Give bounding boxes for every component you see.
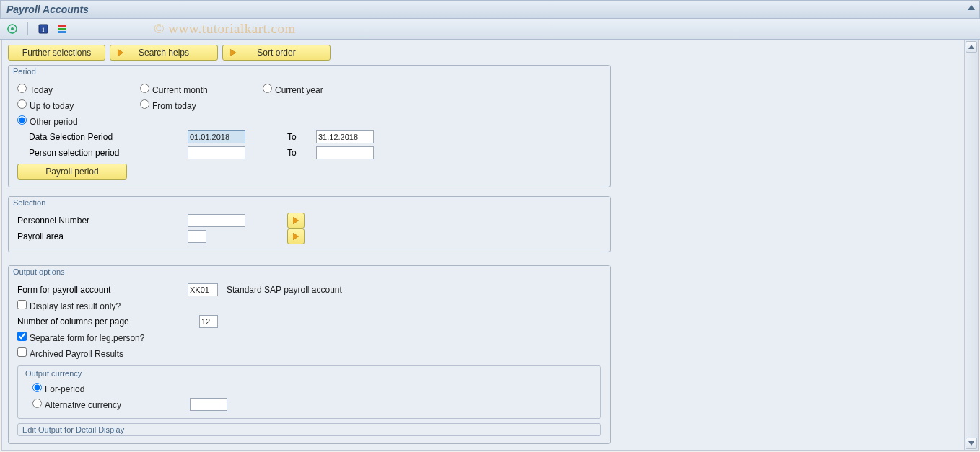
- radio-current-year[interactable]: Current year: [263, 84, 385, 95]
- display-last-result-checkbox[interactable]: Display last result only?: [17, 300, 121, 311]
- payroll-area-label: Payroll area: [17, 231, 188, 241]
- arrow-right-icon: [293, 233, 299, 240]
- output-currency-group: Output currency For-period Alternative c…: [17, 365, 601, 419]
- radio-label: From today: [152, 101, 196, 111]
- data-selection-to-input[interactable]: [316, 130, 374, 143]
- arrow-right-icon: [115, 49, 126, 56]
- alternative-currency-input[interactable]: [190, 398, 227, 411]
- watermark-text: © www.tutorialkart.com: [154, 21, 296, 37]
- title-bar: Payroll Accounts: [0, 0, 980, 19]
- checkbox-label: Archived Payroll Results: [30, 349, 123, 359]
- form-payroll-account-input[interactable]: [188, 283, 218, 296]
- svg-rect-5: [58, 28, 66, 30]
- data-selection-period-label: Data Selection Period: [29, 132, 188, 142]
- checkbox-label: Display last result only?: [30, 301, 121, 311]
- radio-for-period[interactable]: For-period: [32, 383, 84, 394]
- scroll-up-icon[interactable]: [966, 41, 977, 53]
- checkbox-label: Separate form for leg.person?: [30, 333, 144, 343]
- button-label: Search helps: [139, 48, 189, 58]
- radio-input[interactable]: [32, 399, 42, 408]
- person-selection-to-input[interactable]: [316, 146, 374, 159]
- sort-order-button[interactable]: Sort order: [222, 45, 331, 61]
- form-description: Standard SAP payroll account: [227, 285, 342, 295]
- multiple-selection-button[interactable]: [287, 229, 305, 244]
- info-icon[interactable]: i: [37, 22, 50, 35]
- personnel-number-label: Personnel Number: [17, 216, 188, 226]
- radio-input[interactable]: [140, 99, 149, 109]
- button-label: Further selections: [22, 48, 91, 58]
- radio-today[interactable]: Today: [17, 84, 140, 95]
- radio-input[interactable]: [263, 84, 272, 93]
- radio-input[interactable]: [17, 84, 27, 93]
- personnel-number-input[interactable]: [188, 214, 245, 227]
- selection-button-strip: Further selections Search helps Sort ord…: [8, 45, 961, 61]
- radio-input[interactable]: [32, 383, 42, 392]
- person-selection-from-input[interactable]: [188, 146, 245, 159]
- vertical-scrollbar[interactable]: [964, 40, 978, 450]
- radio-label: Other period: [30, 117, 78, 127]
- radio-input[interactable]: [17, 115, 27, 125]
- execute-icon[interactable]: [6, 22, 19, 35]
- radio-alternative-currency[interactable]: Alternative currency: [32, 399, 190, 410]
- radio-input[interactable]: [140, 84, 149, 93]
- checkbox-input[interactable]: [17, 300, 27, 309]
- further-selections-button[interactable]: Further selections: [8, 45, 105, 61]
- group-title: Selection: [9, 197, 610, 208]
- radio-label: Current year: [275, 85, 323, 95]
- variant-icon[interactable]: [56, 22, 69, 35]
- radio-label: Up to today: [30, 101, 74, 111]
- number-columns-input[interactable]: [199, 315, 218, 328]
- svg-text:i: i: [43, 25, 45, 33]
- radio-label: For-period: [45, 384, 84, 394]
- toolbar-separator: [27, 22, 28, 35]
- radio-label: Current month: [152, 85, 208, 95]
- number-columns-label: Number of columns per page: [17, 316, 199, 327]
- radio-current-month[interactable]: Current month: [140, 84, 263, 95]
- group-title: Edit Output for Detail Display: [22, 425, 596, 434]
- svg-point-1: [11, 27, 14, 30]
- radio-label: Alternative currency: [45, 400, 121, 410]
- radio-label: Today: [30, 85, 53, 95]
- period-group: Period Today Current month Current year …: [8, 65, 611, 187]
- group-title: Period: [9, 66, 610, 77]
- output-options-group: Output options Form for payroll account …: [8, 265, 611, 444]
- separate-form-checkbox[interactable]: Separate form for leg.person?: [17, 332, 144, 343]
- application-toolbar: i © www.tutorialkart.com: [0, 19, 980, 40]
- svg-rect-6: [58, 31, 66, 33]
- checkbox-input[interactable]: [17, 347, 27, 357]
- search-helps-button[interactable]: Search helps: [110, 45, 218, 61]
- radio-input[interactable]: [17, 99, 27, 109]
- button-label: Sort order: [257, 48, 295, 58]
- archived-payroll-checkbox[interactable]: Archived Payroll Results: [17, 347, 123, 359]
- arrow-right-icon: [293, 217, 299, 224]
- page-title: Payroll Accounts: [6, 4, 89, 15]
- to-label: To: [287, 148, 316, 158]
- content-area: Further selections Search helps Sort ord…: [1, 40, 979, 451]
- checkbox-input[interactable]: [17, 332, 27, 341]
- to-label: To: [287, 132, 316, 142]
- multiple-selection-button[interactable]: [287, 213, 305, 229]
- collapse-up-icon[interactable]: [968, 5, 975, 10]
- edit-output-group: Edit Output for Detail Display: [17, 423, 601, 436]
- group-title: Output currency: [25, 369, 593, 378]
- svg-rect-4: [58, 25, 66, 27]
- radio-up-to-today[interactable]: Up to today: [17, 99, 140, 111]
- scroll-down-icon[interactable]: [966, 438, 977, 449]
- arrow-right-icon: [227, 49, 239, 56]
- group-title: Output options: [9, 266, 610, 278]
- payroll-area-input[interactable]: [188, 230, 206, 243]
- data-selection-from-input[interactable]: [188, 130, 245, 143]
- payroll-period-button[interactable]: Payroll period: [17, 164, 127, 180]
- radio-other-period[interactable]: Other period: [17, 115, 140, 127]
- person-selection-period-label: Person selection period: [29, 148, 188, 158]
- radio-from-today[interactable]: From today: [140, 99, 263, 111]
- selection-group: Selection Personnel Number Payroll area: [8, 196, 611, 252]
- button-label: Payroll period: [45, 167, 98, 177]
- form-payroll-account-label: Form for payroll account: [17, 285, 188, 295]
